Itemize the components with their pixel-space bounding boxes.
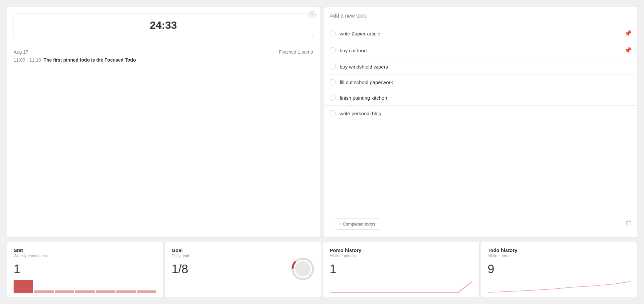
stat-card: Stat Weekly cumulation 1 — [7, 242, 163, 297]
list-item: fill out school paperwork — [324, 75, 637, 90]
bar-7 — [137, 290, 157, 293]
timer-panel: × 24:33 Aug 17 Finished 1 pomo 11:09 - 1… — [7, 7, 320, 238]
list-item: finish painting kitchen — [324, 90, 637, 106]
todo-history-card: Todo history All time todos 9 — [481, 242, 638, 297]
bar-6 — [116, 290, 136, 293]
trash-icon[interactable] — [625, 220, 632, 228]
todo-history-value: 9 — [488, 262, 631, 276]
todo-checkbox-5[interactable] — [330, 95, 336, 101]
todo-checkbox-2[interactable] — [330, 47, 336, 53]
todo-text-2: buy cat food — [340, 48, 624, 53]
pomo-history-title: Pomo history — [330, 247, 473, 253]
pomo-history-value: 1 — [330, 262, 473, 276]
todo-history-title: Todo history — [488, 247, 631, 253]
pomo-history-card: Pomo history All time pomos 1 — [323, 242, 480, 297]
todo-text-4: fill out school paperwork — [340, 79, 632, 85]
goal-card: Goal Daily goal 1/8 — [165, 242, 322, 297]
todo-panel: write Zapier article 📌 buy cat food 📌 bu… — [324, 7, 637, 238]
close-button[interactable]: × — [308, 11, 316, 18]
bar-5 — [96, 290, 115, 293]
add-todo-input[interactable] — [324, 7, 637, 25]
completed-todos-button[interactable]: › Completed todos — [335, 219, 380, 229]
todo-checkbox-6[interactable] — [330, 110, 336, 116]
pin-icon-2[interactable]: 📌 — [624, 47, 632, 54]
todo-history-subtitle: All time todos — [488, 254, 631, 258]
session-entry: 11:09 - 11:10 The first pinned todo is t… — [14, 57, 313, 63]
todo-text-5: finish painting kitchen — [340, 95, 632, 101]
list-item: buy cat food 📌 — [324, 42, 637, 59]
list-item: buy windshield wipers — [324, 59, 637, 75]
bar-4 — [75, 290, 95, 293]
bar-1 — [14, 280, 33, 293]
svg-point-2 — [295, 261, 311, 277]
stat-bar-chart — [14, 280, 157, 293]
todo-list: write Zapier article 📌 buy cat food 📌 bu… — [324, 25, 637, 215]
todo-text-6: write personal blog — [340, 111, 632, 116]
todo-checkbox-3[interactable] — [330, 64, 336, 70]
session-pomos: Finished 1 pomo — [279, 49, 313, 55]
session-time: 11:09 - 11:10 — [14, 57, 41, 63]
divider — [14, 44, 313, 44]
bottom-stats: Stat Weekly cumulation 1 Goal Daily goal… — [0, 238, 644, 304]
todo-text-3: buy windshield wipers — [340, 64, 632, 70]
todo-checkbox-1[interactable] — [330, 30, 336, 36]
session-date: Aug 17 — [14, 49, 28, 55]
list-item: write personal blog — [324, 106, 637, 121]
pomo-history-subtitle: All time pomos — [330, 254, 473, 258]
todo-line-chart — [488, 280, 631, 293]
list-item: write Zapier article 📌 — [324, 25, 637, 42]
stat-title: Stat — [14, 247, 157, 253]
session-task: The first pinned todo is the Focused Tod… — [44, 57, 136, 63]
stat-subtitle: Weekly cumulation — [14, 254, 157, 258]
goal-pie-chart — [291, 257, 314, 282]
pin-icon-1[interactable]: 📌 — [624, 30, 632, 37]
pomo-line-chart — [330, 280, 473, 293]
chevron-right-icon: › — [340, 222, 341, 227]
bar-3 — [55, 290, 74, 293]
todo-checkbox-4[interactable] — [330, 79, 336, 85]
todo-text-1: write Zapier article — [340, 31, 624, 36]
bar-2 — [34, 290, 54, 293]
session-header: Aug 17 Finished 1 pomo — [14, 49, 313, 55]
goal-title: Goal — [172, 247, 315, 253]
timer-display: 24:33 — [14, 14, 313, 37]
stat-value: 1 — [14, 262, 157, 276]
